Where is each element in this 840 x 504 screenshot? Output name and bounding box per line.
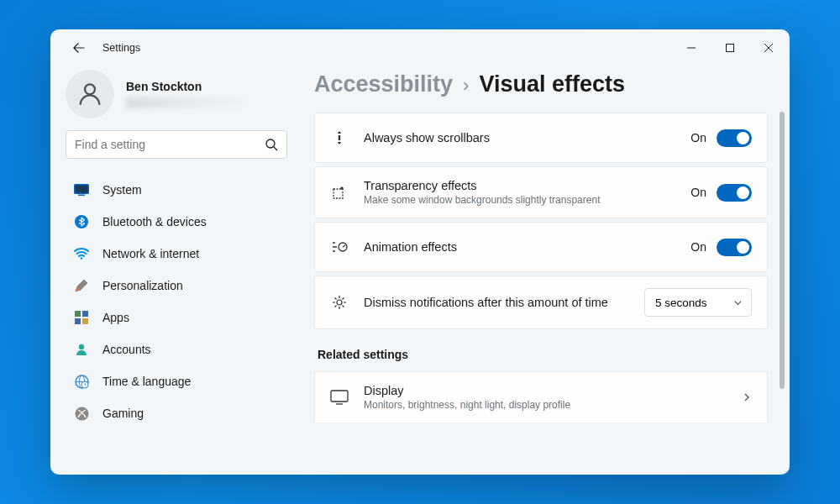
accounts-icon xyxy=(74,342,89,357)
toggle-state: On xyxy=(690,186,706,199)
transparency-icon xyxy=(330,183,349,202)
close-button[interactable] xyxy=(749,34,788,61)
sidebar: Ben Stockton System xyxy=(50,66,302,475)
nav-item-personalization[interactable]: Personalization xyxy=(66,270,287,302)
search-input[interactable] xyxy=(75,138,265,151)
nav-label: Time & language xyxy=(102,375,191,388)
nav-item-network[interactable]: Network & internet xyxy=(66,238,287,270)
related-settings-header: Related settings xyxy=(318,348,768,361)
nav-label: Accounts xyxy=(102,343,151,356)
related-display[interactable]: Display Monitors, brightness, night ligh… xyxy=(314,371,768,423)
svg-rect-9 xyxy=(82,311,88,317)
search-box[interactable] xyxy=(66,130,287,159)
svg-rect-4 xyxy=(76,186,88,193)
dismiss-time-select[interactable]: 5 seconds xyxy=(644,288,752,317)
profile-block[interactable]: Ben Stockton xyxy=(66,66,287,130)
close-icon xyxy=(764,44,773,52)
svg-rect-8 xyxy=(75,311,81,317)
nav-scroll: System Bluetooth & devices Network & int… xyxy=(66,174,287,475)
svg-point-20 xyxy=(337,300,342,305)
chevron-right-icon: › xyxy=(463,75,469,97)
titlebar: Settings xyxy=(50,29,790,66)
svg-rect-18 xyxy=(333,189,343,198)
xbox-icon xyxy=(74,406,89,421)
content-area: Ben Stockton System xyxy=(50,66,790,475)
system-icon xyxy=(74,182,89,197)
svg-rect-0 xyxy=(727,45,734,52)
nav-item-gaming[interactable]: Gaming xyxy=(66,397,287,429)
minimize-icon xyxy=(687,44,696,52)
breadcrumb: Accessibility › Visual effects xyxy=(314,66,768,113)
search-icon xyxy=(265,138,278,151)
nav-item-apps[interactable]: Apps xyxy=(66,302,287,333)
settings-list: Always show scrollbars On Transparency e… xyxy=(314,113,768,423)
app-title: Settings xyxy=(102,42,140,54)
animation-icon xyxy=(330,238,349,256)
person-icon xyxy=(76,80,104,108)
nav-list: System Bluetooth & devices Network & int… xyxy=(66,174,287,429)
minimize-button[interactable] xyxy=(672,34,711,61)
nav-label: Apps xyxy=(102,311,129,324)
svg-rect-10 xyxy=(75,318,81,324)
maximize-button[interactable] xyxy=(711,34,749,61)
nav-label: Gaming xyxy=(102,407,144,420)
scrollbar-icon xyxy=(330,129,349,147)
setting-title: Dismiss notifications after this amount … xyxy=(364,296,629,309)
animation-toggle[interactable] xyxy=(717,239,752,256)
wifi-icon xyxy=(74,246,89,261)
back-button[interactable] xyxy=(66,34,92,61)
apps-icon xyxy=(74,310,89,325)
svg-point-1 xyxy=(85,84,95,94)
brightness-icon xyxy=(330,293,349,312)
svg-rect-17 xyxy=(339,135,340,140)
chevron-down-icon xyxy=(733,298,743,307)
main-panel: Accessibility › Visual effects Always sh… xyxy=(302,66,790,475)
chevron-right-icon xyxy=(742,392,752,402)
related-subtitle: Monitors, brightness, night light, displ… xyxy=(364,399,727,411)
svg-point-2 xyxy=(266,139,275,148)
select-value: 5 seconds xyxy=(655,297,707,309)
setting-transparency: Transparency effects Make some window ba… xyxy=(314,166,768,218)
settings-window: Settings Ben Stockton xyxy=(50,29,790,475)
svg-point-7 xyxy=(81,257,83,260)
nav-label: Network & internet xyxy=(102,247,199,260)
svg-point-12 xyxy=(79,344,84,349)
paintbrush-icon xyxy=(74,278,89,293)
setting-title: Always show scrollbars xyxy=(364,131,675,144)
setting-animation: Animation effects On xyxy=(314,222,768,272)
nav-item-accounts[interactable]: Accounts xyxy=(66,333,287,365)
page-title: Visual effects xyxy=(479,71,625,97)
main-scrollbar[interactable] xyxy=(780,112,785,389)
scrollbars-toggle[interactable] xyxy=(717,129,752,147)
nav-label: Personalization xyxy=(102,279,183,292)
maximize-icon xyxy=(726,44,734,52)
setting-dismiss-notifications: Dismiss notifications after this amount … xyxy=(314,276,768,329)
setting-scrollbars: Always show scrollbars On xyxy=(314,113,768,163)
globe-clock-icon xyxy=(74,374,89,389)
profile-name: Ben Stockton xyxy=(126,80,244,93)
avatar xyxy=(66,70,114,118)
setting-subtitle: Make some window backgrounds slightly tr… xyxy=(364,194,633,206)
nav-label: System xyxy=(102,183,142,197)
svg-rect-11 xyxy=(82,318,88,324)
nav-item-system[interactable]: System xyxy=(66,174,287,206)
transparency-toggle[interactable] xyxy=(717,184,752,202)
profile-email-redacted xyxy=(126,97,244,108)
setting-title: Animation effects xyxy=(364,240,675,254)
svg-rect-21 xyxy=(331,391,348,402)
related-title: Display xyxy=(364,384,727,397)
toggle-state: On xyxy=(690,240,706,254)
bluetooth-icon xyxy=(74,214,89,229)
nav-label: Bluetooth & devices xyxy=(102,215,207,228)
back-arrow-icon xyxy=(73,42,85,54)
nav-item-time-language[interactable]: Time & language xyxy=(66,365,287,397)
setting-title: Transparency effects xyxy=(364,179,675,192)
toggle-state: On xyxy=(690,131,706,144)
nav-item-bluetooth[interactable]: Bluetooth & devices xyxy=(66,206,287,238)
display-icon xyxy=(330,388,349,407)
svg-rect-5 xyxy=(78,195,85,197)
breadcrumb-parent[interactable]: Accessibility xyxy=(314,71,453,97)
